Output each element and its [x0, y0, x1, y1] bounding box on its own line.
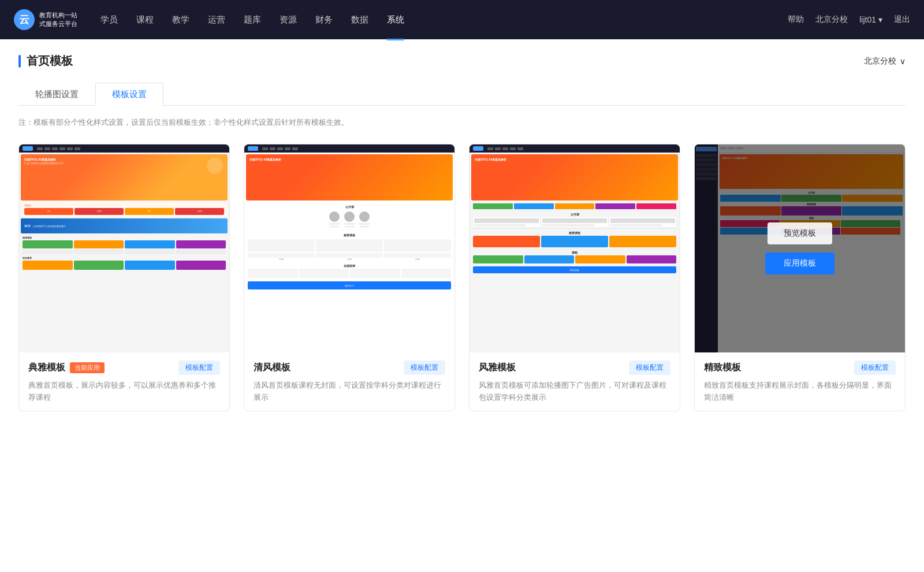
apply-btn-fengya[interactable]: 应用模板: [540, 252, 609, 274]
template-name-wrap-dianye: 典雅模板 当前应用: [28, 362, 105, 374]
template-card-jingzhi[interactable]: 托福TPO1-54真题及解析 公开课: [694, 144, 906, 411]
apply-btn-jingzhi[interactable]: 应用模板: [765, 252, 834, 274]
config-btn-qingfeng[interactable]: 模板配置: [404, 361, 445, 375]
template-name-wrap-fengya: 风雅模板: [479, 362, 516, 374]
note: 注：模板有部分个性化样式设置，设置后仅当前模板生效；非个性化样式设置后针对所有模…: [18, 117, 906, 128]
preview-btn-fengya[interactable]: 预览模板: [542, 222, 607, 244]
apply-btn-qingfeng[interactable]: 应用模板: [315, 252, 384, 274]
logo-text: 教育机构一站 式服务云平台: [39, 11, 77, 29]
template-footer-jingzhi: 精致模板 模板配置 精致首页模板支持课程展示封面，各模板分隔明显，界面简洁清晰: [695, 352, 905, 411]
nav-item-yunying[interactable]: 运营: [208, 12, 225, 28]
chevron-down-icon: ▾: [878, 15, 882, 24]
template-desc-qingfeng: 清风首页模板课程无封面，可设置按学科分类对课程进行展示: [254, 380, 445, 404]
nav-item-jiaoxue[interactable]: 教学: [172, 12, 189, 28]
template-name-wrap-jingzhi: 精致模板: [704, 362, 741, 374]
nav-item-tiku[interactable]: 题库: [244, 12, 261, 28]
template-footer-fengya: 风雅模板 模板配置 风雅首页模板可添加轮播图下广告图片，可对课程及课程包设置学科…: [470, 352, 680, 411]
branch-chevron-icon: ∨: [900, 57, 906, 66]
template-card-dianye[interactable]: 托福TPO1-54真题及解析 P. 品·口语英语·点读英语·测测英语·学学 优惠…: [18, 144, 230, 411]
template-grid: 托福TPO1-54真题及解析 P. 品·口语英语·点读英语·测测英语·学学 优惠…: [18, 144, 906, 411]
template-card-qingfeng[interactable]: 托福TPO1-54真题及解析 公开课: [244, 144, 455, 411]
template-name-qingfeng: 清风模板: [254, 362, 290, 374]
template-desc-jingzhi: 精致首页模板支持课程展示封面，各模板分隔明显，界面简洁清晰: [704, 380, 896, 404]
template-footer-qingfeng: 清风模板 模板配置 清风首页模板课程无封面，可设置按学科分类对课程进行展示: [244, 352, 454, 411]
nav-item-shuju[interactable]: 数据: [351, 12, 368, 28]
template-preview-qingfeng: 托福TPO1-54真题及解析 公开课: [244, 144, 454, 352]
template-desc-fengya: 风雅首页模板可添加轮播图下广告图片，可对课程及课程包设置学科分类展示: [479, 380, 670, 404]
page-title-wrap: 首页模板: [18, 53, 73, 69]
preview-btn-qingfeng[interactable]: 预览模板: [317, 222, 382, 244]
template-name-row-dianye: 典雅模板 当前应用 模板配置: [28, 361, 220, 375]
template-footer-dianye: 典雅模板 当前应用 模板配置 典雅首页模板，展示内容较多，可以展示优惠券和多个推…: [19, 352, 229, 411]
template-preview-dianye: 托福TPO1-54真题及解析 P. 品·口语英语·点读英语·测测英语·学学 优惠…: [19, 144, 229, 352]
template-name-fengya: 风雅模板: [479, 362, 516, 374]
branch-label: 北京分校: [864, 56, 896, 66]
config-btn-dianye[interactable]: 模板配置: [178, 361, 220, 375]
template-name-dianye: 典雅模板: [28, 362, 65, 374]
config-btn-jingzhi[interactable]: 模板配置: [854, 361, 896, 375]
page-header: 首页模板 北京分校 ∨: [18, 53, 906, 69]
nav-item-kecheng[interactable]: 课程: [136, 12, 154, 28]
template-name-row-jingzhi: 精致模板 模板配置: [704, 361, 896, 375]
template-desc-dianye: 典雅首页模板，展示内容较多，可以展示优惠券和多个推荐课程: [28, 380, 220, 404]
navbar: 云 教育机构一站 式服务云平台 学员 课程 教学 运营 题库 资源 财务 数据 …: [0, 0, 924, 39]
badge-current-dianye: 当前应用: [70, 362, 105, 373]
tabs: 轮播图设置 模板设置: [18, 83, 906, 106]
nav-item-xueyuan[interactable]: 学员: [100, 12, 118, 28]
page-content: 首页模板 北京分校 ∨ 轮播图设置 模板设置 注：模板有部分个性化样式设置，设置…: [0, 39, 924, 572]
logo[interactable]: 云 教育机构一站 式服务云平台: [14, 9, 77, 30]
template-name-jingzhi: 精致模板: [704, 362, 741, 374]
preview-btn-jingzhi[interactable]: 预览模板: [767, 222, 832, 244]
template-name-wrap-qingfeng: 清风模板: [254, 362, 290, 374]
nav-item-xitong[interactable]: 系统: [387, 12, 404, 28]
template-name-row-qingfeng: 清风模板 模板配置: [254, 361, 445, 375]
config-btn-fengya[interactable]: 模板配置: [629, 361, 670, 375]
nav-item-ziyuan[interactable]: 资源: [280, 12, 297, 28]
nav-logout[interactable]: 退出: [894, 14, 910, 25]
template-name-row-fengya: 风雅模板 模板配置: [479, 361, 670, 375]
nav-user[interactable]: lijt01 ▾: [859, 15, 882, 24]
page-title: 首页模板: [27, 53, 73, 69]
branch-selector[interactable]: 北京分校 ∨: [864, 56, 906, 66]
nav-help[interactable]: 帮助: [788, 14, 804, 25]
nav-item-caiwu[interactable]: 财务: [315, 12, 333, 28]
template-preview-fengya: 托福TPO1-54真题及解析 公开课: [470, 144, 680, 352]
template-preview-jingzhi: 托福TPO1-54真题及解析 公开课: [695, 144, 905, 352]
page-title-bar: [18, 55, 21, 68]
logo-icon: 云: [14, 9, 35, 30]
tab-template[interactable]: 模板设置: [95, 83, 163, 106]
nav-items: 学员 课程 教学 运营 题库 资源 财务 数据 系统: [100, 12, 788, 28]
nav-right: 帮助 北京分校 lijt01 ▾ 退出: [788, 14, 910, 25]
nav-branch[interactable]: 北京分校: [815, 14, 848, 25]
apply-btn-dianye[interactable]: 应用模板: [90, 252, 159, 274]
tab-carousel[interactable]: 轮播图设置: [18, 83, 95, 106]
template-card-fengya[interactable]: 托福TPO1-54真题及解析 公开课: [469, 144, 680, 411]
preview-btn-dianye[interactable]: 预览模板: [92, 222, 157, 244]
